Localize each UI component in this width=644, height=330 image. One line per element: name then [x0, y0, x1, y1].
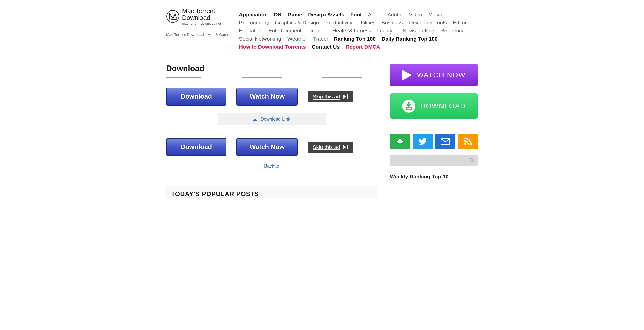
nav-link[interactable]: Adobe — [387, 12, 403, 18]
nav-link[interactable]: Photography — [239, 20, 269, 26]
nav-link[interactable]: Game — [288, 12, 302, 18]
feedly-icon — [396, 137, 404, 145]
skip-ad-label: Skip this ad — [313, 94, 340, 100]
ad-row: Download Watch Now Skip this ad — [166, 138, 377, 156]
nav-link[interactable]: Education — [239, 28, 262, 34]
ad-watch-button[interactable]: Watch Now — [236, 88, 298, 106]
download-link-button[interactable]: Download Link — [218, 113, 326, 125]
back-to-link[interactable]: Back to — [166, 163, 377, 169]
download-label: DOWNLOAD — [420, 102, 466, 110]
todays-posts-heading: TODAY'S POPULAR POSTS — [166, 186, 377, 198]
nav-link[interactable]: Productivity — [325, 20, 352, 26]
skip-icon — [343, 145, 348, 149]
tagline: Mac Torrent Download – App & Game — [166, 32, 231, 37]
watch-now-label: WATCH NOW — [417, 71, 466, 79]
page-title: Download — [166, 64, 377, 73]
twitter-button[interactable] — [413, 134, 433, 149]
svg-line-6 — [473, 161, 474, 163]
nav-link[interactable]: How to Download Torrents — [239, 44, 306, 50]
social-row — [390, 134, 478, 149]
nav-link[interactable]: Contact Us — [312, 44, 340, 50]
logo-icon — [166, 8, 180, 25]
svg-point-0 — [167, 10, 179, 23]
nav-link[interactable]: Design Assets — [308, 12, 344, 18]
download-circle-icon — [402, 100, 415, 113]
nav-link[interactable]: office — [422, 28, 434, 34]
logo-title: Mac Torrent Download — [182, 8, 231, 21]
nav-link[interactable]: Video — [409, 12, 422, 18]
logo[interactable]: Mac Torrent Download mac-torrent-downloa… — [166, 8, 231, 25]
nav-link[interactable]: Application — [239, 12, 268, 18]
nav-link[interactable]: Business — [381, 20, 403, 26]
play-icon — [402, 70, 412, 80]
skip-ad-button[interactable]: Skip this ad — [308, 142, 353, 153]
nav-link[interactable]: Music — [428, 12, 442, 18]
ad-download-button[interactable]: Download — [166, 88, 226, 106]
header: Mac Torrent Download mac-torrent-downloa… — [166, 0, 478, 50]
nav-link[interactable]: Report DMCA — [346, 44, 380, 50]
nav-link[interactable]: Lifestyle — [377, 28, 396, 34]
nav-link[interactable]: Health & Fitness — [332, 28, 371, 34]
rss-button[interactable] — [458, 134, 478, 149]
nav-link[interactable]: Developer Tools — [409, 20, 447, 26]
nav-link[interactable]: Font — [350, 12, 362, 18]
nav-link[interactable]: OS — [274, 12, 281, 18]
ad-download-button[interactable]: Download — [166, 138, 226, 156]
main-nav: ApplicationOSGameDesign AssetsFontAppleA… — [239, 8, 478, 50]
ad-row: Download Watch Now Skip this ad — [166, 88, 377, 106]
nav-link[interactable]: Travel — [313, 36, 328, 42]
nav-link[interactable]: Editor — [453, 20, 467, 26]
nav-link[interactable]: Entertainment — [268, 28, 301, 34]
nav-link[interactable]: Graphics & Design — [275, 20, 319, 26]
divider — [166, 76, 377, 76]
logo-subtitle: mac-torrent-download.net — [182, 22, 231, 25]
twitter-icon — [418, 138, 427, 145]
logo-block: Mac Torrent Download mac-torrent-downloa… — [166, 8, 231, 37]
nav-link[interactable]: Apple — [368, 12, 382, 18]
search-input[interactable] — [390, 155, 478, 166]
nav-link[interactable]: Social Networking — [239, 36, 281, 42]
mail-button[interactable] — [435, 134, 455, 149]
nav-link[interactable]: Ranking Top 100 — [334, 36, 376, 42]
watch-now-button[interactable]: WATCH NOW — [390, 64, 478, 86]
download-button[interactable]: DOWNLOAD — [390, 93, 478, 119]
skip-ad-button[interactable]: Skip this ad — [308, 91, 353, 102]
nav-link[interactable]: Reference — [440, 28, 465, 34]
download-icon — [253, 117, 257, 121]
nav-link[interactable]: Finance — [307, 28, 326, 34]
sidebar: WATCH NOW DOWNLOAD — [390, 64, 478, 180]
mail-icon — [441, 138, 450, 145]
skip-ad-label: Skip this ad — [313, 144, 340, 150]
skip-icon — [343, 94, 348, 99]
nav-link[interactable]: News — [403, 28, 416, 34]
nav-link[interactable]: Weather — [287, 36, 307, 42]
feedly-button[interactable] — [390, 134, 410, 149]
nav-link[interactable]: Utilities — [358, 20, 376, 26]
nav-link[interactable]: Daily Ranking Top 100 — [382, 36, 438, 42]
rss-icon — [464, 138, 472, 145]
search-icon — [469, 158, 474, 163]
weekly-ranking-heading: Weekly Ranking Top 10 — [390, 174, 478, 180]
divider — [166, 77, 377, 78]
download-link-label: Download Link — [261, 117, 290, 122]
main-content: Download Download Watch Now Skip this ad… — [166, 64, 377, 198]
svg-point-4 — [464, 143, 466, 145]
ad-watch-button[interactable]: Watch Now — [236, 138, 298, 156]
